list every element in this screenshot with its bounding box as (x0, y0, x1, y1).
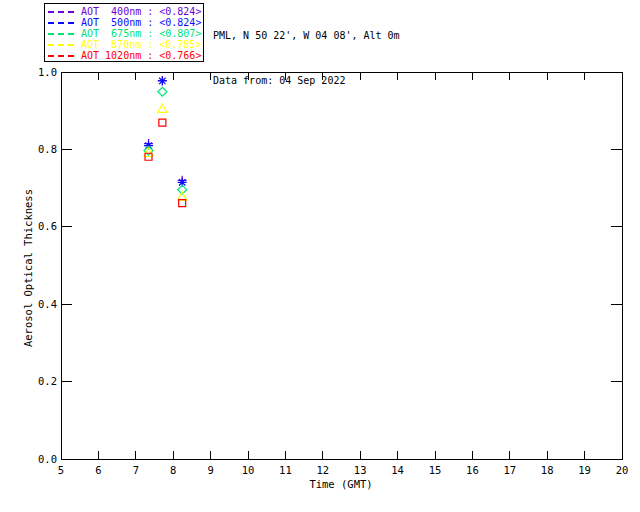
x-tick-label: 11 (279, 464, 292, 476)
plot-area: 5678910111213141516171819200.00.20.40.60… (0, 0, 640, 512)
x-tick-label: 16 (466, 464, 479, 476)
y-tick-label: 0.2 (38, 375, 57, 387)
y-tick-label: 0.0 (38, 453, 57, 465)
x-tick-label: 8 (170, 464, 176, 476)
data-marker-triangle (178, 192, 187, 200)
x-axis-label: Time (GMT) (241, 478, 441, 490)
legend-entry: AOT 400nm : <0.824> (45, 7, 203, 18)
legend-entry: AOT 870nm : <0.785> (45, 39, 203, 50)
legend-entry-label: AOT 870nm : <0.785> (81, 40, 201, 50)
x-tick-label: 20 (616, 464, 629, 476)
x-tick-label: 7 (133, 464, 139, 476)
legend-line-sample (48, 44, 76, 46)
legend-entry-label: AOT 500nm : <0.824> (81, 18, 201, 28)
aot-plot-screen: AOT 400nm : <0.824>AOT 500nm : <0.824>AO… (0, 0, 640, 512)
x-tick-label: 12 (316, 464, 329, 476)
legend-entry: AOT 500nm : <0.824> (45, 18, 203, 29)
x-tick-label: 13 (354, 464, 367, 476)
data-marker-asterisk (158, 76, 167, 85)
data-marker-square (159, 119, 166, 126)
x-tick-label: 6 (95, 464, 101, 476)
x-tick-label: 9 (207, 464, 213, 476)
x-tick-label: 17 (503, 464, 516, 476)
legend-line-sample (48, 33, 76, 35)
legend-line-sample (48, 11, 76, 13)
data-marker-triangle (158, 104, 167, 112)
legend-entry-label: AOT 1020nm : <0.766> (81, 51, 201, 61)
x-tick-label: 19 (578, 464, 591, 476)
legend-line-sample (48, 55, 76, 57)
data-marker-diamond (158, 87, 167, 96)
x-tick-label: 14 (391, 464, 404, 476)
legend-entry: AOT 1020nm : <0.766> (45, 50, 203, 61)
legend-entry-label: AOT 400nm : <0.824> (81, 7, 201, 17)
y-tick-label: 0.4 (38, 298, 57, 310)
y-tick-label: 0.8 (38, 143, 57, 155)
legend-entry: AOT 675nm : <0.807> (45, 29, 203, 40)
x-tick-label: 5 (58, 464, 64, 476)
legend-line-sample (48, 22, 76, 24)
legend-entry-label: AOT 675nm : <0.807> (81, 29, 201, 39)
y-axis-label: Aerosol Optical Thickness (22, 189, 34, 347)
x-tick-label: 10 (242, 464, 255, 476)
legend: AOT 400nm : <0.824>AOT 500nm : <0.824>AO… (44, 3, 204, 62)
y-tick-label: 1.0 (38, 66, 57, 78)
y-tick-label: 0.6 (38, 220, 57, 232)
x-tick-label: 18 (541, 464, 554, 476)
axes-box (61, 72, 622, 459)
x-tick-label: 15 (429, 464, 442, 476)
